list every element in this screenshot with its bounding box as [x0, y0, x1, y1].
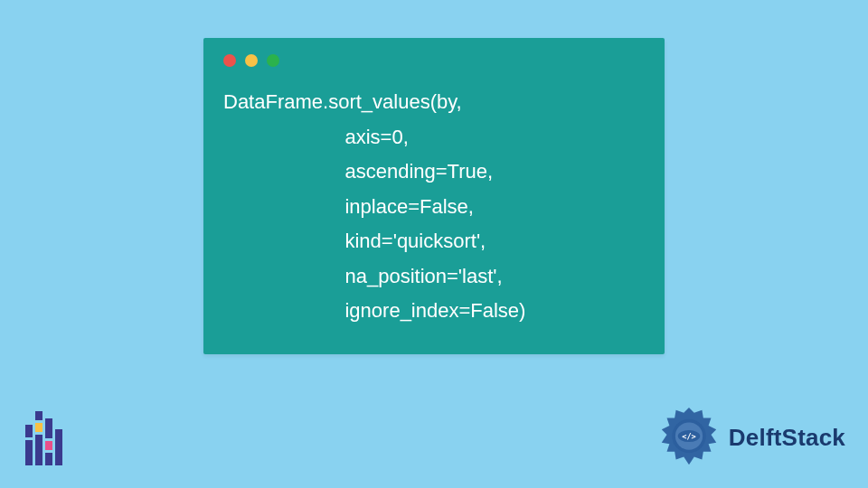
- traffic-lights: [218, 54, 650, 67]
- maximize-dot-icon: [267, 54, 279, 67]
- svg-text:</>: </>: [682, 432, 696, 441]
- code-block: DataFrame.sort_values(by, axis=0, ascend…: [218, 85, 650, 329]
- left-logo-icon: [25, 411, 71, 465]
- minimize-dot-icon: [245, 54, 258, 67]
- close-dot-icon: [223, 54, 236, 67]
- brand-logo: </> DelftStack: [656, 405, 845, 470]
- code-window: DataFrame.sort_values(by, axis=0, ascend…: [203, 38, 665, 354]
- brand-name: DelftStack: [729, 424, 845, 452]
- delftstack-badge-icon: </>: [656, 405, 722, 470]
